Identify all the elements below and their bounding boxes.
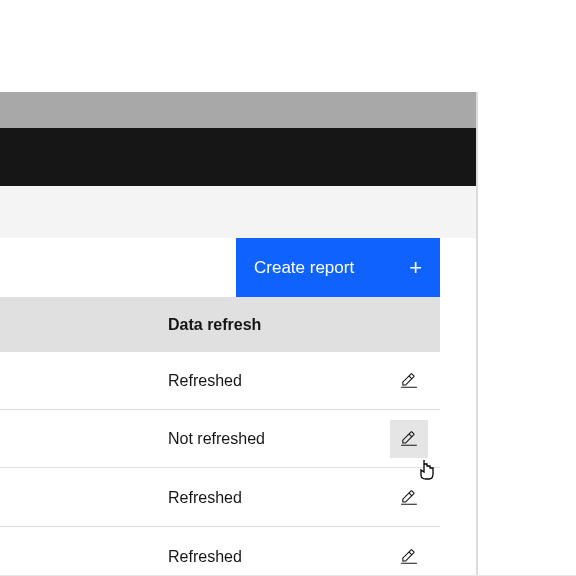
edit-icon bbox=[400, 489, 418, 507]
top-gray-bar bbox=[0, 92, 476, 128]
table-row: Not refreshed bbox=[0, 410, 440, 468]
status-cell: Refreshed bbox=[168, 489, 242, 507]
status-cell: Refreshed bbox=[168, 372, 242, 390]
toolbar-background bbox=[0, 186, 476, 238]
top-black-bar bbox=[0, 128, 476, 186]
edit-icon bbox=[400, 548, 418, 566]
table-row: Refreshed bbox=[0, 469, 440, 527]
edit-button[interactable] bbox=[390, 538, 428, 576]
edit-button[interactable] bbox=[390, 479, 428, 517]
status-cell: Refreshed bbox=[168, 548, 242, 566]
panel-right-edge bbox=[476, 92, 478, 576]
column-header-label: Data refresh bbox=[168, 316, 261, 334]
table-row: Refreshed bbox=[0, 352, 440, 410]
table-row: Refreshed bbox=[0, 528, 440, 576]
edit-icon bbox=[400, 372, 418, 390]
column-header-data-refresh: Data refresh bbox=[0, 297, 440, 352]
status-cell: Not refreshed bbox=[168, 430, 265, 448]
edit-icon bbox=[400, 430, 418, 448]
plus-icon: + bbox=[409, 257, 422, 279]
create-report-button[interactable]: Create report + bbox=[236, 238, 440, 297]
create-report-label: Create report bbox=[254, 258, 354, 278]
edit-button[interactable] bbox=[390, 362, 428, 400]
edit-button[interactable] bbox=[390, 420, 428, 458]
